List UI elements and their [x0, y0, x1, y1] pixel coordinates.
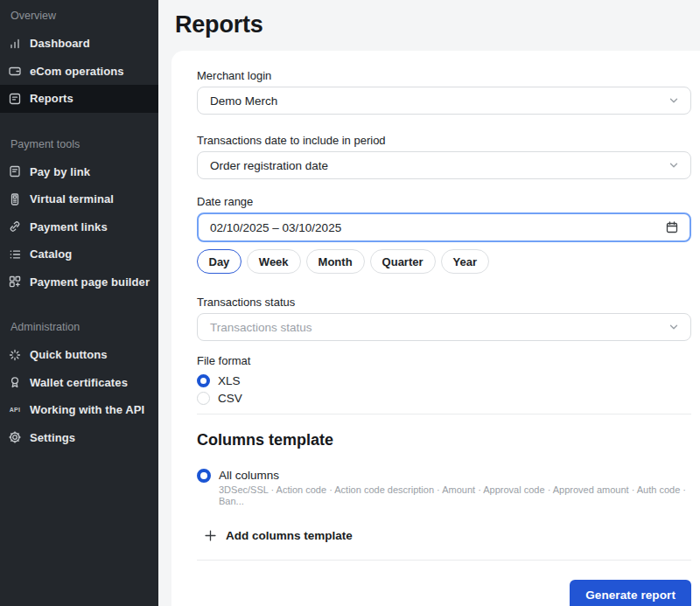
page-title: Reports: [175, 11, 700, 38]
columns-template-option-all[interactable]: All columns 3DSec/SSL · Action code · Ac…: [197, 469, 691, 507]
footer-actions: Generate report: [197, 580, 691, 606]
date-range-value: 02/10/2025 – 03/10/2025: [210, 221, 341, 234]
sidebar-item-label: Payment links: [30, 220, 108, 233]
section-label-payment-tools: Payment tools: [0, 136, 158, 153]
transactions-date-group: Transactions date to include in period O…: [197, 135, 691, 179]
sidebar-item-label: Wallet certificates: [30, 376, 128, 389]
sidebar-item-payment-links[interactable]: Payment links: [0, 213, 158, 241]
sidebar-item-payment-page-builder[interactable]: Payment page builder: [0, 268, 158, 296]
sidebar-item-pay-by-link[interactable]: Pay by link: [0, 158, 158, 186]
period-pill-year[interactable]: Year: [441, 249, 489, 274]
columns-template-heading: Columns template: [197, 430, 691, 449]
sidebar-item-virtual-terminal[interactable]: Virtual terminal: [0, 185, 158, 213]
sidebar-item-settings[interactable]: Settings: [0, 424, 158, 452]
sidebar: Overview Dashboard eCom operations Repor…: [0, 0, 158, 606]
transactions-date-select[interactable]: Order registration date: [197, 151, 691, 179]
period-pill-quarter[interactable]: Quarter: [370, 249, 436, 274]
sidebar-section-administration: Administration Quick buttons Wallet cert…: [0, 318, 158, 451]
catalog-icon: [7, 247, 23, 261]
sidebar-item-wallet-certificates[interactable]: Wallet certificates: [0, 369, 158, 397]
sidebar-item-label: Quick buttons: [30, 348, 108, 361]
period-pill-month[interactable]: Month: [306, 249, 365, 274]
sidebar-item-label: eCom operations: [30, 65, 124, 78]
sidebar-section-payment-tools: Payment tools Pay by link Virtual termin…: [0, 136, 158, 296]
period-pill-group: Day Week Month Quarter Year: [197, 249, 691, 274]
date-range-label: Date range: [197, 196, 691, 208]
sidebar-item-dashboard[interactable]: Dashboard: [0, 30, 158, 58]
section-divider: [197, 414, 691, 414]
quick-buttons-icon: [7, 348, 23, 362]
payment-page-builder-icon: [7, 275, 23, 289]
radio-label: XLS: [218, 374, 241, 387]
sidebar-item-label: Pay by link: [30, 165, 90, 178]
sidebar-item-label: Settings: [30, 431, 75, 444]
radio-label: CSV: [218, 392, 242, 405]
sidebar-item-reports[interactable]: Reports: [0, 85, 158, 113]
reports-icon: [7, 92, 23, 106]
merchant-login-value: Demo Merch: [210, 94, 277, 108]
sidebar-item-ecom-operations[interactable]: eCom operations: [0, 58, 158, 86]
period-pill-week[interactable]: Week: [247, 249, 301, 274]
transactions-status-label: Transactions status: [197, 296, 691, 309]
payment-links-icon: [7, 219, 23, 233]
sidebar-item-label: Dashboard: [30, 37, 90, 50]
sidebar-item-quick-buttons[interactable]: Quick buttons: [0, 341, 158, 369]
radio-unchecked-icon[interactable]: [197, 392, 210, 405]
merchant-login-label: Merchant login: [197, 70, 691, 82]
plus-icon: [204, 529, 217, 542]
section-label-administration: Administration: [0, 318, 158, 336]
chevron-down-icon: [668, 94, 680, 107]
transactions-date-label: Transactions date to include in period: [197, 135, 691, 147]
settings-icon: [7, 430, 23, 444]
sidebar-item-label: Catalog: [30, 247, 72, 261]
transactions-status-select[interactable]: Transactions status: [197, 313, 691, 341]
transactions-status-placeholder: Transactions status: [210, 321, 312, 334]
footer-divider: [197, 560, 691, 561]
file-format-label: File format: [197, 355, 691, 367]
dashboard-icon: [7, 37, 23, 51]
all-columns-label: All columns: [219, 469, 691, 482]
pay-by-link-icon: [7, 164, 23, 178]
radio-checked-icon[interactable]: [197, 469, 211, 483]
all-columns-description: 3DSec/SSL · Action code · Action code de…: [219, 484, 691, 507]
period-pill-day[interactable]: Day: [197, 249, 242, 274]
main-content: Reports Merchant login Demo Merch Transa…: [158, 0, 700, 606]
file-format-option-csv[interactable]: CSV: [197, 389, 691, 407]
merchant-login-select[interactable]: Demo Merch: [197, 87, 691, 115]
merchant-login-group: Merchant login Demo Merch: [197, 70, 691, 115]
sidebar-item-catalog[interactable]: Catalog: [0, 240, 158, 268]
transactions-date-value: Order registration date: [210, 159, 328, 172]
section-label-overview: Overview: [0, 7, 158, 24]
generate-report-button[interactable]: Generate report: [570, 580, 691, 606]
file-format-group: File format XLS CSV: [197, 355, 691, 407]
ecom-operations-icon: [7, 64, 23, 78]
file-format-option-xls[interactable]: XLS: [197, 372, 691, 389]
transactions-status-group: Transactions status Transactions status: [197, 296, 691, 341]
date-range-group: Date range 02/10/2025 – 03/10/2025 Day W…: [197, 196, 691, 274]
sidebar-item-label: Reports: [30, 92, 74, 105]
sidebar-item-label: Working with the API: [30, 403, 144, 416]
chevron-down-icon: [668, 321, 680, 333]
sidebar-item-label: Virtual terminal: [30, 192, 114, 205]
add-columns-template-label: Add columns template: [226, 529, 353, 542]
api-icon: API: [7, 403, 23, 417]
sidebar-item-working-with-api[interactable]: API Working with the API: [0, 396, 158, 424]
wallet-certificates-icon: [7, 375, 23, 389]
calendar-icon[interactable]: [665, 220, 679, 234]
radio-checked-icon[interactable]: [197, 374, 210, 387]
sidebar-item-label: Payment page builder: [30, 275, 150, 289]
date-range-input[interactable]: 02/10/2025 – 03/10/2025: [197, 212, 691, 242]
add-columns-template-button[interactable]: Add columns template: [204, 526, 353, 544]
chevron-down-icon: [668, 159, 680, 171]
virtual-terminal-icon: [7, 192, 23, 206]
sidebar-section-overview: Overview Dashboard eCom operations Repor…: [0, 7, 158, 113]
report-form-card: Merchant login Demo Merch Transactions d…: [172, 51, 700, 606]
